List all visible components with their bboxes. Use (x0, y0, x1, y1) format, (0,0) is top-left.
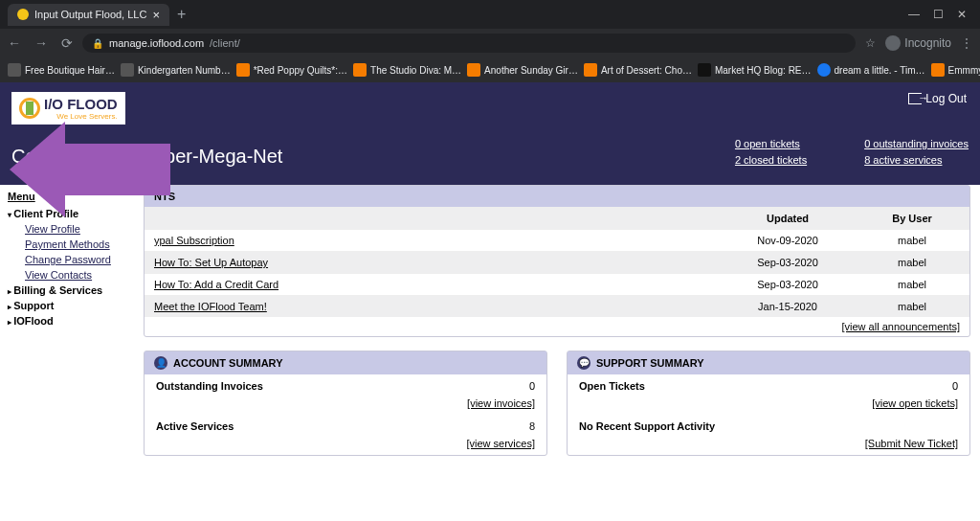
announcement-link[interactable]: ypal Subscription (154, 235, 234, 246)
active-services-link[interactable]: 8 active services (864, 152, 969, 169)
sidebar-item-ioflood[interactable]: IOFlood (8, 313, 126, 328)
open-tickets-value: 0 (952, 380, 958, 392)
announcement-link[interactable]: How To: Add a Credit Card (154, 279, 278, 290)
logo-sub: We Love Servers. (44, 112, 118, 121)
globe-icon (8, 63, 21, 77)
sidebar-item-client-profile[interactable]: Client Profile (8, 206, 126, 221)
announcement-user: mabel (864, 235, 960, 246)
view-open-tickets-link[interactable]: [view open tickets] (872, 397, 958, 409)
view-all-announcements-link[interactable]: [view all announcements] (841, 321, 960, 332)
view-invoices-link[interactable]: [view invoices] (467, 397, 535, 409)
announcement-date: Nov-09-2020 (711, 235, 864, 246)
bookmark-item[interactable]: Market HQ Blog: RE… (698, 63, 812, 77)
logo-main: I/O FLOOD (44, 96, 118, 112)
announcement-user: mabel (864, 257, 960, 268)
tab-bar: Input Output Flood, LLC × + — ☐ ✕ (0, 0, 980, 29)
close-tab-icon[interactable]: × (152, 8, 160, 22)
announcement-date: Sep-03-2020 (711, 257, 864, 268)
chat-icon: 💬 (577, 356, 590, 370)
blogger-icon (584, 63, 597, 77)
globe-icon (121, 63, 134, 77)
bookmark-item[interactable]: dream a little. - Tim… (817, 63, 925, 77)
reload-icon[interactable]: ⟳ (61, 35, 73, 51)
support-summary-panel: 💬 SUPPORT SUMMARY Open Tickets 0 [view o… (567, 351, 970, 456)
announcement-user: mabel (864, 279, 960, 290)
bookmark-item[interactable]: EmmmyLizzzy: Hav… (931, 63, 980, 77)
sidebar-sub-payment-methods[interactable]: Payment Methods (8, 237, 126, 252)
col-updated: Updated (711, 213, 864, 224)
outstanding-invoices-link[interactable]: 0 outstanding invoices (864, 136, 969, 152)
close-window-icon[interactable]: ✕ (957, 8, 967, 21)
new-tab-button[interactable]: + (177, 6, 186, 23)
bookmark-item[interactable]: *Red Poppy Quilts*:… (236, 63, 347, 77)
sidebar-sub-change-password[interactable]: Change Password (8, 252, 126, 267)
browser-chrome: Input Output Flood, LLC × + — ☐ ✕ ← → ⟳ … (0, 0, 980, 82)
announcements-panel: NTS Updated By User ypal Subscription No… (144, 185, 970, 337)
user-icon: 👤 (154, 356, 167, 370)
col-by-user: By User (864, 213, 960, 224)
announcement-row: How To: Add a Credit Card Sep-03-2020 ma… (145, 273, 969, 295)
lock-icon: 🔒 (92, 38, 103, 49)
blogger-icon (353, 63, 367, 77)
blogger-icon (931, 63, 945, 77)
announcements-header: NTS (145, 186, 969, 207)
outstanding-invoices-label: Outstanding Invoices (156, 380, 529, 392)
blogger-icon (467, 63, 480, 77)
submit-new-ticket-link[interactable]: [Submit New Ticket] (865, 438, 958, 449)
favicon (17, 9, 29, 20)
open-tickets-label: Open Tickets (579, 380, 952, 392)
bookmark-item[interactable]: The Studio Diva: M… (353, 63, 461, 77)
account-summary-panel: 👤 ACCOUNT SUMMARY Outstanding Invoices 0… (144, 351, 547, 456)
client-name: Compu-Global-Hyper-Mega-Net (11, 146, 282, 168)
announcement-row: Meet the IOFlood Team! Jan-15-2020 mabel (145, 295, 969, 317)
bookmarks-bar: Free Boutique Hair… Kindergarten Numb… *… (0, 57, 980, 82)
url-path: /client/ (210, 37, 240, 49)
announcement-link[interactable]: How To: Set Up Autopay (154, 257, 268, 268)
url-host: manage.ioflood.com (109, 37, 204, 49)
outstanding-invoices-value: 0 (529, 380, 535, 392)
maximize-icon[interactable]: ☐ (933, 8, 944, 21)
sidebar-item-support[interactable]: Support (8, 298, 126, 313)
open-tickets-link[interactable]: 0 open tickets (735, 136, 807, 152)
bookmark-item[interactable]: Art of Dessert: Cho… (584, 63, 692, 77)
main-content: Menu Client Profile View Profile Payment… (0, 185, 980, 479)
no-recent-activity: No Recent Support Activity (579, 420, 958, 432)
blogger-icon (236, 63, 250, 77)
star-icon[interactable]: ☆ (865, 36, 876, 50)
bookmark-item[interactable]: Free Boutique Hair… (8, 63, 115, 77)
sidebar-sub-view-contacts[interactable]: View Contacts (8, 267, 126, 283)
account-summary-header: 👤 ACCOUNT SUMMARY (145, 351, 546, 374)
sidebar-sub-view-profile[interactable]: View Profile (8, 221, 126, 237)
sidebar-item-billing[interactable]: Billing & Services (8, 283, 126, 298)
menu-heading: Menu (8, 191, 126, 202)
browser-tab[interactable]: Input Output Flood, LLC × (8, 4, 169, 26)
announcement-row: How To: Set Up Autopay Sep-03-2020 mabel (145, 251, 969, 273)
hq-icon (698, 63, 711, 77)
address-bar: ← → ⟳ 🔒 manage.ioflood.com/client/ ☆ Inc… (0, 29, 980, 57)
announcement-date: Sep-03-2020 (711, 279, 864, 290)
minimize-icon[interactable]: — (908, 8, 920, 21)
logo-glyph-icon (19, 98, 40, 119)
announcement-link[interactable]: Meet the IOFlood Team! (154, 301, 267, 312)
view-services-link[interactable]: [view services] (466, 438, 535, 449)
logo[interactable]: I/O FLOOD We Love Servers. (11, 92, 125, 125)
window-controls: — ☐ ✕ (908, 8, 972, 21)
announcement-user: mabel (864, 301, 960, 312)
back-icon[interactable]: ← (8, 35, 21, 51)
announcement-row: ypal Subscription Nov-09-2020 mabel (145, 229, 969, 251)
active-services-value: 8 (529, 420, 535, 432)
app-header: I/O FLOOD We Love Servers. Log Out Compu… (0, 82, 980, 185)
facebook-icon (817, 63, 831, 77)
incognito-badge: Incognito (885, 35, 951, 51)
header-stats: 0 open tickets 2 closed tickets 0 outsta… (735, 136, 969, 168)
bookmark-item[interactable]: Kindergarten Numb… (121, 63, 231, 77)
tab-title: Input Output Flood, LLC (34, 9, 146, 20)
forward-icon[interactable]: → (34, 35, 48, 51)
logout-button[interactable]: Log Out (908, 92, 967, 105)
announcement-date: Jan-15-2020 (711, 301, 864, 312)
closed-tickets-link[interactable]: 2 closed tickets (735, 152, 807, 169)
url-input[interactable]: 🔒 manage.ioflood.com/client/ (82, 34, 856, 53)
support-summary-header: 💬 SUPPORT SUMMARY (568, 351, 969, 374)
menu-dots-icon[interactable]: ⋮ (961, 36, 972, 50)
bookmark-item[interactable]: Another Sunday Gir… (467, 63, 578, 77)
